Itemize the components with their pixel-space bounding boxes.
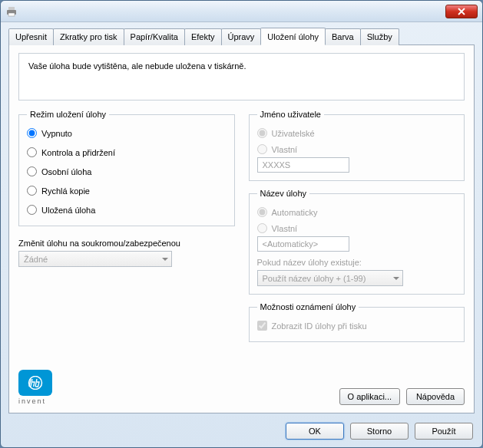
job-name-legend: Název úlohy [257, 189, 310, 198]
cancel-button[interactable]: Storno [350, 423, 409, 440]
user-name-label: Uživatelské [272, 129, 315, 138]
user-name-option: Vlastní [257, 141, 457, 157]
user-name-legend: Jméno uživatele [257, 110, 325, 119]
storage-mode-radio[interactable] [27, 186, 37, 196]
tab-pap-r-kvalita[interactable]: Papír/Kvalita [124, 28, 185, 45]
user-name-custom-input [257, 157, 349, 173]
help-button[interactable]: Nápověda [406, 388, 465, 405]
storage-mode-radio[interactable] [27, 205, 37, 215]
user-name-radio [257, 128, 267, 138]
user-name-option: Uživatelské [257, 125, 457, 141]
printer-icon [5, 5, 18, 18]
hp-logo-subtext: invent [18, 397, 52, 405]
storage-mode-radio[interactable] [27, 147, 37, 157]
notification-group: Možnosti oznámení úlohy Zobrazit ID úloh… [249, 302, 465, 342]
chevron-down-icon [393, 277, 399, 280]
job-name-option: Automaticky [257, 204, 457, 220]
storage-mode-option[interactable]: Rychlá kopie [27, 183, 227, 199]
show-id-label: Zobrazit ID úlohy při tisku [272, 321, 367, 331]
storage-mode-label: Uložená úloha [41, 206, 95, 215]
dialog-button-row: OK Storno Použít [1, 417, 482, 447]
tab-up-esnit[interactable]: Upřesnit [8, 28, 54, 45]
notification-legend: Možnosti oznámení úlohy [257, 302, 359, 311]
svg-rect-1 [8, 7, 15, 10]
user-name-radio [257, 144, 267, 154]
user-name-group: Jméno uživatele UživatelskéVlastní [249, 110, 465, 181]
job-name-option: Vlastní [257, 220, 457, 236]
storage-mode-group: Režim uložení úlohy VypnutoKontrola a př… [18, 110, 235, 226]
hp-logo [18, 370, 52, 396]
tab-ulo-en-lohy[interactable]: Uložení úlohy [260, 28, 326, 45]
tab-zkratky-pro-tisk[interactable]: Zkratky pro tisk [53, 28, 124, 45]
storage-mode-label: Kontrola a přidržení [41, 148, 115, 157]
storage-mode-legend: Režim uložení úlohy [27, 110, 109, 119]
storage-mode-label: Osobní úloha [41, 167, 91, 176]
tab-strip: UpřesnitZkratky pro tiskPapír/KvalitaEfe… [8, 28, 475, 45]
storage-mode-option[interactable]: Osobní úloha [27, 163, 227, 180]
tab-slu-by[interactable]: Služby [360, 28, 399, 45]
job-name-custom-input [257, 236, 349, 252]
storage-mode-radio[interactable] [27, 128, 37, 138]
job-name-radio [257, 207, 267, 217]
svg-point-3 [29, 377, 42, 390]
storage-mode-radio[interactable] [27, 166, 37, 176]
job-exists-label: Pokud název úlohy existuje: [257, 258, 457, 267]
job-exists-combo: Použít název úlohy + (1-99) [257, 270, 403, 286]
job-exists-value: Použít název úlohy + (1-99) [263, 274, 366, 283]
storage-mode-label: Rychlá kopie [41, 186, 90, 196]
show-id-checkbox [257, 321, 267, 331]
make-private-value: Žádné [24, 255, 48, 264]
about-button[interactable]: O aplikaci... [339, 388, 400, 405]
job-name-label: Vlastní [272, 224, 298, 233]
info-text: Vaše úloha bude vytištěna, ale nebude ul… [28, 61, 246, 71]
storage-mode-option[interactable]: Uložená úloha [27, 202, 227, 218]
ok-button[interactable]: OK [286, 423, 344, 440]
make-private-combo[interactable]: Žádné [18, 251, 172, 267]
job-name-radio [257, 223, 267, 233]
job-name-label: Automaticky [272, 208, 318, 217]
tab-barva[interactable]: Barva [325, 28, 361, 45]
storage-mode-label: Vypnuto [41, 129, 72, 138]
storage-mode-option[interactable]: Kontrola a přidržení [27, 144, 227, 160]
printer-properties-dialog: UpřesnitZkratky pro tiskPapír/KvalitaEfe… [0, 0, 483, 448]
close-button[interactable] [445, 5, 478, 18]
job-name-group: Název úlohy AutomatickyVlastní Pokud náz… [249, 189, 465, 295]
user-name-label: Vlastní [272, 145, 298, 154]
tab-panel-job-storage: Vaše úloha bude vytištěna, ale nebude ul… [8, 44, 475, 413]
info-box: Vaše úloha bude vytištěna, ale nebude ul… [18, 53, 465, 100]
make-private-label: Změnit úlohu na soukromou/zabezpečenou [18, 239, 235, 248]
svg-rect-2 [8, 13, 15, 16]
apply-button[interactable]: Použít [415, 423, 473, 440]
chevron-down-icon [162, 258, 168, 261]
titlebar [1, 1, 482, 22]
tab--pravy[interactable]: Úpravy [221, 28, 262, 45]
tab-efekty[interactable]: Efekty [184, 28, 222, 45]
storage-mode-option[interactable]: Vypnuto [27, 125, 227, 141]
